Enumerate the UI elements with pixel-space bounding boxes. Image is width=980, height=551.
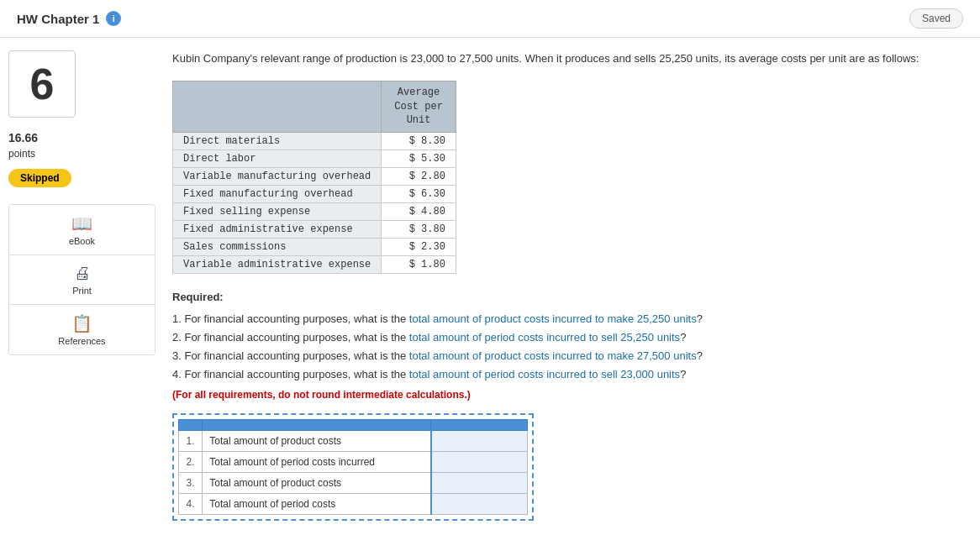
references-tool[interactable]: 📋 References bbox=[9, 305, 155, 354]
cost-row-label: Direct materials bbox=[173, 133, 382, 150]
answer-row-1: 1. Total amount of product costs bbox=[179, 430, 528, 451]
top-bar: HW Chapter 1 i Saved bbox=[0, 0, 980, 38]
cost-row-value: $ 2.30 bbox=[382, 239, 456, 256]
cost-row-value: $ 5.30 bbox=[382, 150, 456, 168]
answer-row-2: 2. Total amount of period costs incurred bbox=[179, 451, 528, 472]
cost-table-row: Fixed manufacturing overhead$ 6.30 bbox=[173, 186, 456, 203]
page-title: HW Chapter 1 bbox=[17, 12, 99, 26]
cost-row-value: $ 2.80 bbox=[382, 168, 456, 186]
answer-row-num: 4. bbox=[179, 493, 203, 514]
content-area: Kubin Company's relevant range of produc… bbox=[168, 50, 972, 521]
skipped-badge: Skipped bbox=[8, 169, 71, 187]
blue-text: total amount of product costs incurred t… bbox=[409, 349, 697, 362]
blue-text: total amount of period costs incurred to… bbox=[409, 368, 680, 380]
references-icon: 📋 bbox=[71, 313, 92, 333]
saved-badge: Saved bbox=[909, 8, 963, 29]
answer-row-3: 3. Total amount of product costs bbox=[179, 472, 528, 493]
ebook-label: eBook bbox=[69, 236, 95, 246]
answer-input-4[interactable] bbox=[439, 498, 521, 510]
answer-row-label: Total amount of period costs incurred bbox=[203, 451, 431, 472]
answer-input-1[interactable] bbox=[439, 435, 521, 447]
main-content: 6 16.66 points Skipped 📖 eBook 🖨 Print 📋… bbox=[0, 38, 980, 533]
answer-input-3[interactable] bbox=[439, 477, 521, 489]
references-label: References bbox=[58, 336, 105, 346]
answer-header-blank3 bbox=[431, 419, 528, 430]
print-icon: 🖨 bbox=[74, 264, 91, 283]
required-item-4: 4. For financial accounting purposes, wh… bbox=[172, 365, 967, 384]
left-sidebar: 6 16.66 points Skipped 📖 eBook 🖨 Print 📋… bbox=[8, 50, 155, 521]
answer-row-num: 3. bbox=[179, 472, 203, 493]
answer-row-label: Total amount of period costs bbox=[203, 493, 431, 514]
answer-header-blank2 bbox=[203, 419, 431, 430]
cost-table-row: Direct materials$ 8.30 bbox=[173, 133, 456, 150]
cost-row-value: $ 1.80 bbox=[382, 256, 456, 274]
answer-row-label: Total amount of product costs bbox=[203, 472, 431, 493]
cost-table-row: Fixed selling expense$ 4.80 bbox=[173, 203, 456, 221]
sidebar-tools: 📖 eBook 🖨 Print 📋 References bbox=[8, 204, 155, 355]
cost-row-label: Fixed manufacturing overhead bbox=[173, 186, 382, 203]
answer-row-4: 4. Total amount of period costs bbox=[179, 493, 528, 514]
answer-row-label: Total amount of product costs bbox=[203, 430, 431, 451]
question-number: 6 bbox=[8, 50, 76, 118]
answer-table-wrapper: 1. Total amount of product costs 2. Tota… bbox=[172, 413, 534, 521]
answer-row-input-cell[interactable] bbox=[431, 451, 528, 472]
cost-row-label: Fixed selling expense bbox=[173, 203, 382, 221]
answer-row-input-cell[interactable] bbox=[431, 472, 528, 493]
cost-label-header bbox=[173, 81, 382, 132]
cost-row-value: $ 3.80 bbox=[382, 221, 456, 239]
required-title: Required: bbox=[172, 291, 967, 303]
answer-header-blank bbox=[179, 419, 203, 430]
print-tool[interactable]: 🖨 Print bbox=[9, 255, 155, 305]
ebook-icon: 📖 bbox=[71, 213, 92, 234]
cost-table-row: Sales commissions$ 2.30 bbox=[173, 239, 456, 256]
cost-row-label: Variable administrative expense bbox=[173, 256, 382, 274]
cost-table: AverageCost perUnit Direct materials$ 8.… bbox=[172, 81, 456, 274]
answer-row-num: 1. bbox=[179, 430, 203, 451]
answer-row-num: 2. bbox=[179, 451, 203, 472]
cost-row-label: Variable manufacturing overhead bbox=[173, 168, 382, 186]
answer-row-input-cell[interactable] bbox=[431, 493, 528, 514]
required-list: 1. For financial accounting purposes, wh… bbox=[172, 310, 967, 384]
info-icon[interactable]: i bbox=[106, 11, 121, 26]
answer-table: 1. Total amount of product costs 2. Tota… bbox=[178, 419, 528, 515]
blue-text: total amount of period costs incurred to… bbox=[409, 331, 680, 344]
cost-table-row: Direct labor$ 5.30 bbox=[173, 150, 456, 168]
print-label: Print bbox=[72, 286, 92, 296]
required-item-1: 1. For financial accounting purposes, wh… bbox=[172, 310, 967, 328]
required-item-3: 3. For financial accounting purposes, wh… bbox=[172, 347, 967, 365]
cost-row-label: Fixed administrative expense bbox=[173, 221, 382, 239]
cost-value-header: AverageCost perUnit bbox=[382, 81, 456, 132]
cost-row-label: Direct labor bbox=[173, 150, 382, 168]
warning-text: (For all requirements, do not round inte… bbox=[172, 389, 967, 401]
ebook-tool[interactable]: 📖 eBook bbox=[9, 205, 155, 255]
cost-row-label: Sales commissions bbox=[173, 239, 382, 256]
cost-table-row: Fixed administrative expense$ 3.80 bbox=[173, 221, 456, 239]
cost-row-value: $ 8.30 bbox=[382, 133, 456, 150]
cost-row-value: $ 6.30 bbox=[382, 186, 456, 203]
cost-table-row: Variable administrative expense$ 1.80 bbox=[173, 256, 456, 274]
points-value: 16.66 bbox=[8, 130, 155, 147]
cost-row-value: $ 4.80 bbox=[382, 203, 456, 221]
required-item-2: 2. For financial accounting purposes, wh… bbox=[172, 328, 967, 347]
blue-text: total amount of product costs incurred t… bbox=[409, 312, 697, 325]
required-section: Required: 1. For financial accounting pu… bbox=[172, 291, 967, 400]
top-bar-left: HW Chapter 1 i bbox=[17, 11, 121, 26]
answer-input-2[interactable] bbox=[439, 456, 521, 468]
answer-row-input-cell[interactable] bbox=[431, 430, 528, 451]
question-intro: Kubin Company's relevant range of produc… bbox=[172, 50, 967, 68]
points-info: 16.66 points bbox=[8, 130, 155, 160]
cost-table-row: Variable manufacturing overhead$ 2.80 bbox=[173, 168, 456, 186]
points-label: points bbox=[8, 147, 155, 161]
